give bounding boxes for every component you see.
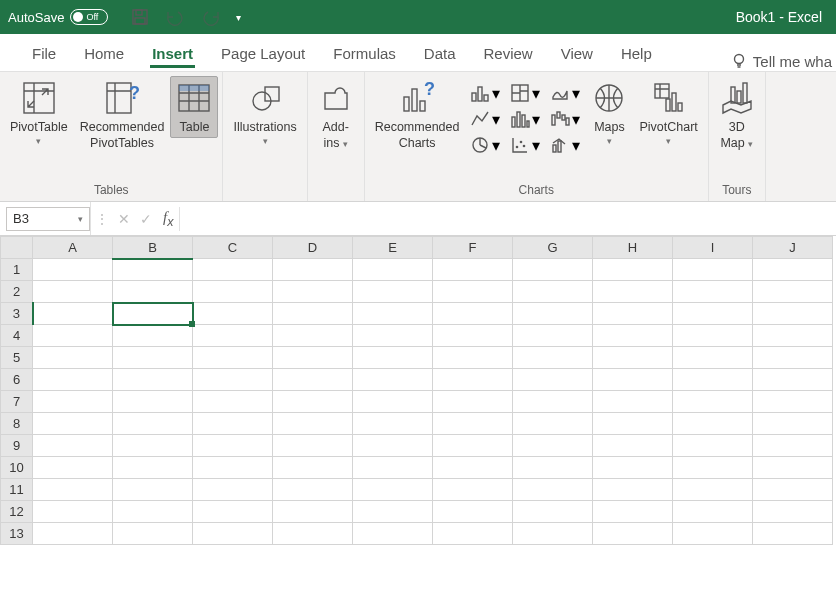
tab-formulas[interactable]: Formulas (319, 39, 410, 71)
cell[interactable] (673, 523, 753, 545)
formula-input[interactable] (180, 211, 836, 226)
tab-data[interactable]: Data (410, 39, 470, 71)
row-header[interactable]: 6 (1, 369, 33, 391)
autosave-toggle[interactable]: AutoSave Off (8, 9, 108, 25)
cell[interactable] (193, 259, 273, 281)
cell[interactable] (433, 281, 513, 303)
column-header[interactable]: B (113, 237, 193, 259)
column-header[interactable]: D (273, 237, 353, 259)
row-header[interactable]: 11 (1, 479, 33, 501)
cell[interactable] (433, 369, 513, 391)
cell[interactable] (433, 523, 513, 545)
cell[interactable] (113, 347, 193, 369)
cell[interactable] (673, 435, 753, 457)
row-header[interactable]: 10 (1, 457, 33, 479)
cell[interactable] (513, 391, 593, 413)
cell[interactable] (353, 413, 433, 435)
cell[interactable] (193, 413, 273, 435)
tab-view[interactable]: View (547, 39, 607, 71)
cell[interactable] (753, 259, 833, 281)
cell[interactable] (353, 435, 433, 457)
cell[interactable] (673, 501, 753, 523)
cell[interactable] (433, 303, 513, 325)
cell[interactable] (673, 369, 753, 391)
pie-chart-button[interactable]: ▾ (469, 134, 501, 156)
enter-icon[interactable]: ✓ (135, 211, 157, 227)
cell[interactable] (513, 259, 593, 281)
cell[interactable] (353, 501, 433, 523)
cell[interactable] (753, 435, 833, 457)
cell[interactable] (33, 303, 113, 325)
cell[interactable] (513, 369, 593, 391)
cell[interactable] (593, 479, 673, 501)
cell[interactable] (673, 479, 753, 501)
tab-page-layout[interactable]: Page Layout (207, 39, 319, 71)
fx-icon[interactable]: fx (157, 209, 179, 229)
cell[interactable] (753, 391, 833, 413)
cell[interactable] (353, 457, 433, 479)
cell[interactable] (193, 457, 273, 479)
column-header[interactable]: C (193, 237, 273, 259)
cell[interactable] (593, 435, 673, 457)
cell[interactable] (753, 501, 833, 523)
cell[interactable] (33, 501, 113, 523)
cell[interactable] (113, 501, 193, 523)
illustrations-button[interactable]: Illustrations ▾ (227, 76, 302, 149)
column-header[interactable]: G (513, 237, 593, 259)
cell[interactable] (273, 347, 353, 369)
cell[interactable] (113, 413, 193, 435)
cell[interactable] (353, 369, 433, 391)
row-header[interactable]: 5 (1, 347, 33, 369)
3d-map-button[interactable]: 3D Map ▾ (713, 76, 761, 153)
cell[interactable] (433, 413, 513, 435)
cell[interactable] (113, 259, 193, 281)
cell[interactable] (433, 435, 513, 457)
tab-review[interactable]: Review (470, 39, 547, 71)
cell[interactable] (593, 413, 673, 435)
row-header[interactable]: 8 (1, 413, 33, 435)
cell[interactable] (273, 435, 353, 457)
recommended-pivottables-button[interactable]: ? Recommended PivotTables (74, 76, 171, 153)
cell[interactable] (33, 479, 113, 501)
cell[interactable] (513, 413, 593, 435)
cell[interactable] (273, 325, 353, 347)
cell[interactable] (433, 501, 513, 523)
cell[interactable] (593, 303, 673, 325)
cell[interactable] (353, 523, 433, 545)
cell[interactable] (273, 303, 353, 325)
cell[interactable] (113, 281, 193, 303)
cell[interactable] (513, 457, 593, 479)
autosave-switch[interactable]: Off (70, 9, 108, 25)
cell[interactable] (193, 281, 273, 303)
column-header[interactable]: F (433, 237, 513, 259)
cell[interactable] (753, 281, 833, 303)
cell[interactable] (273, 259, 353, 281)
spreadsheet-grid[interactable]: ABCDEFGHIJ12345678910111213 (0, 236, 836, 545)
hierarchy-chart-button[interactable]: ▾ (509, 82, 541, 104)
tab-insert[interactable]: Insert (138, 39, 207, 71)
cell[interactable] (33, 523, 113, 545)
cell[interactable] (273, 501, 353, 523)
cell[interactable] (193, 325, 273, 347)
cell[interactable] (593, 501, 673, 523)
cell[interactable] (593, 325, 673, 347)
cell[interactable] (33, 391, 113, 413)
cell[interactable] (673, 457, 753, 479)
column-header[interactable]: A (33, 237, 113, 259)
cell[interactable] (673, 413, 753, 435)
cell[interactable] (513, 501, 593, 523)
waterfall-chart-button[interactable]: ▾ (549, 108, 581, 130)
cell[interactable] (113, 457, 193, 479)
qat-customize-icon[interactable]: ▾ (236, 12, 241, 23)
row-header[interactable]: 13 (1, 523, 33, 545)
cell[interactable] (593, 259, 673, 281)
cell[interactable] (433, 259, 513, 281)
cell[interactable] (113, 325, 193, 347)
cell[interactable] (753, 413, 833, 435)
cell[interactable] (273, 457, 353, 479)
column-header[interactable]: J (753, 237, 833, 259)
cell[interactable] (593, 347, 673, 369)
cell[interactable] (273, 523, 353, 545)
cell[interactable] (33, 413, 113, 435)
cell[interactable] (193, 435, 273, 457)
